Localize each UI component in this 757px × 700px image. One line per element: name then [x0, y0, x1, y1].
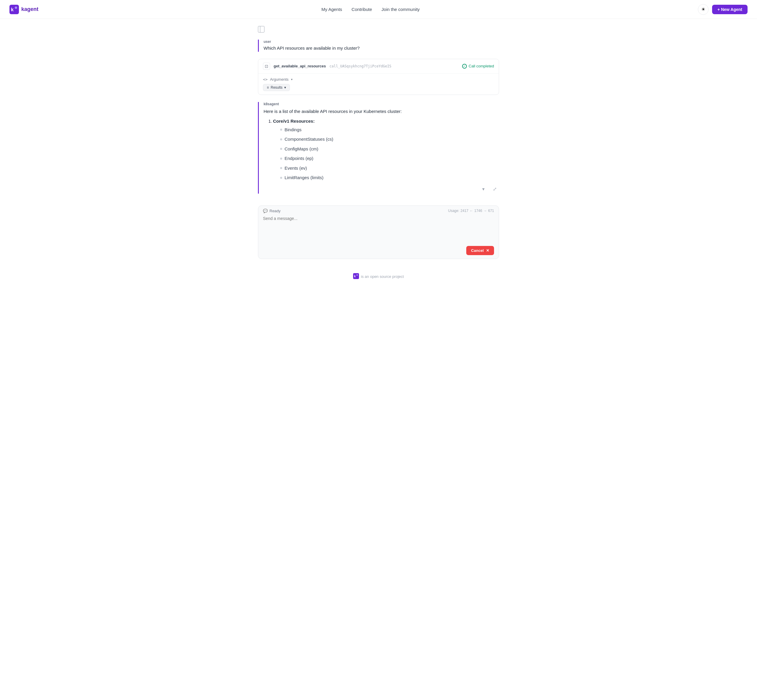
arguments-toggle[interactable]: <> Arguments ▾	[263, 77, 494, 81]
main-container: user Which API resources are available i…	[248, 19, 509, 266]
resource-item-text: Endpoints (ep)	[284, 155, 314, 162]
user-message-content: user Which API resources are available i…	[264, 40, 360, 52]
tool-call-header: ⊡ get_available_api_resources call_UASqs…	[258, 59, 499, 73]
sidebar-icon	[258, 26, 264, 33]
usage-out: 671	[488, 209, 494, 213]
list-item: Bindings	[280, 127, 499, 133]
status-check-icon: ✓	[462, 64, 467, 69]
cancel-label: Cancel	[471, 248, 484, 253]
usage-out-arrow: →	[483, 209, 487, 213]
nav-actions: ☀ + New Agent	[698, 4, 748, 15]
logo-text: kagent	[21, 6, 38, 12]
nav-links: My Agents Contribute Join the community	[53, 7, 688, 12]
resource-group-heading-text: Core/v1 Resources:	[273, 119, 315, 123]
usage-label: Usage:	[448, 209, 459, 213]
resource-numbered-list: Core/v1 Resources: Bindings ComponentSta…	[266, 119, 499, 181]
sidebar-toggle-button[interactable]	[258, 26, 499, 33]
input-footer: Cancel ✕	[258, 244, 499, 259]
expand-button[interactable]: ▾	[479, 185, 488, 194]
resource-item-text: LimitRanges (limits)	[284, 174, 323, 181]
status-text: Ready	[270, 209, 281, 213]
sidebar-icon-left	[258, 26, 260, 32]
fullscreen-button[interactable]: ⤢	[490, 185, 499, 194]
nav-join-community[interactable]: Join the community	[381, 7, 420, 12]
input-section: 💬 Ready Usage: 2417 ← 1746 → 671 Cancel …	[258, 205, 499, 259]
new-agent-button[interactable]: + New Agent	[712, 5, 748, 14]
code-icon: <>	[263, 77, 268, 81]
svg-point-2	[15, 6, 17, 9]
tool-call-id: call_UASqsykhcng7TjiPceYdGeIS	[329, 64, 392, 68]
theme-icon: ☀	[701, 6, 705, 12]
list-item: Endpoints (ep)	[280, 155, 499, 162]
results-icon: ≡	[267, 86, 269, 89]
footer-logo-icon: k	[353, 273, 359, 280]
svg-text:k: k	[11, 7, 14, 12]
usage-total: 2417	[460, 209, 468, 213]
agent-role-label: k8sagent	[264, 102, 499, 106]
tool-call-card: ⊡ get_available_api_resources call_UASqs…	[258, 59, 499, 95]
results-toggle[interactable]: ≡ Results ▾	[263, 84, 494, 91]
resource-items-list: Bindings ComponentStatuses (cs) ConfigMa…	[273, 127, 499, 181]
results-chevron-icon: ▾	[284, 86, 286, 89]
message-actions: ▾ ⤢	[264, 185, 499, 194]
results-label: Results	[271, 86, 283, 89]
tool-function-icon: ⊡	[263, 62, 270, 70]
list-item: ConfigMaps (cm)	[280, 146, 499, 153]
navbar: k kagent My Agents Contribute Join the c…	[0, 0, 757, 19]
tool-name: get_available_api_resources	[274, 64, 326, 68]
nav-contribute[interactable]: Contribute	[351, 7, 372, 12]
list-item: LimitRanges (limits)	[280, 174, 499, 181]
agent-message: k8sagent Here is a list of the available…	[258, 102, 499, 194]
list-item: Events (ev)	[280, 165, 499, 172]
resource-item-text: Events (ev)	[284, 165, 307, 172]
input-status: 💬 Ready	[263, 209, 281, 213]
resource-item-text: ConfigMaps (cm)	[284, 146, 318, 153]
cancel-icon: ✕	[486, 248, 489, 253]
status-chat-icon: 💬	[263, 209, 268, 213]
resource-group-item: Core/v1 Resources: Bindings ComponentSta…	[273, 119, 499, 181]
input-header: 💬 Ready Usage: 2417 ← 1746 → 671	[258, 206, 499, 213]
list-item: ComponentStatuses (cs)	[280, 136, 499, 143]
svg-text:k: k	[354, 274, 356, 278]
usage-in-arrow: ←	[470, 209, 473, 213]
logo-icon: k	[9, 5, 19, 14]
user-role-label: user	[264, 40, 360, 44]
chat-input[interactable]	[258, 213, 499, 243]
results-tag: ≡ Results ▾	[263, 84, 290, 91]
cancel-button[interactable]: Cancel ✕	[466, 246, 494, 255]
usage-in: 1746	[474, 209, 482, 213]
chevron-down-icon: ▾	[291, 78, 292, 81]
tool-call-status: ✓ Call completed	[462, 64, 494, 69]
page-footer: k is an open source project	[0, 266, 757, 287]
input-usage: Usage: 2417 ← 1746 → 671	[448, 209, 494, 213]
tool-call-body: <> Arguments ▾ ≡ Results ▾	[258, 73, 499, 95]
user-message: user Which API resources are available i…	[258, 40, 499, 52]
agent-intro-text: Here is a list of the available API reso…	[264, 108, 499, 115]
logo[interactable]: k kagent	[9, 5, 38, 14]
arguments-label: Arguments	[270, 77, 289, 81]
resource-section: Core/v1 Resources: Bindings ComponentSta…	[266, 119, 499, 181]
resource-item-text: ComponentStatuses (cs)	[284, 136, 333, 143]
user-message-text: Which API resources are available in my …	[264, 45, 360, 52]
resource-group-heading: Core/v1 Resources:	[273, 119, 499, 123]
status-label: Call completed	[468, 64, 494, 68]
nav-my-agents[interactable]: My Agents	[322, 7, 342, 12]
svg-point-5	[357, 274, 358, 275]
footer-text: is an open source project	[361, 274, 404, 279]
resource-item-text: Bindings	[284, 127, 302, 133]
theme-toggle-button[interactable]: ☀	[698, 4, 709, 15]
